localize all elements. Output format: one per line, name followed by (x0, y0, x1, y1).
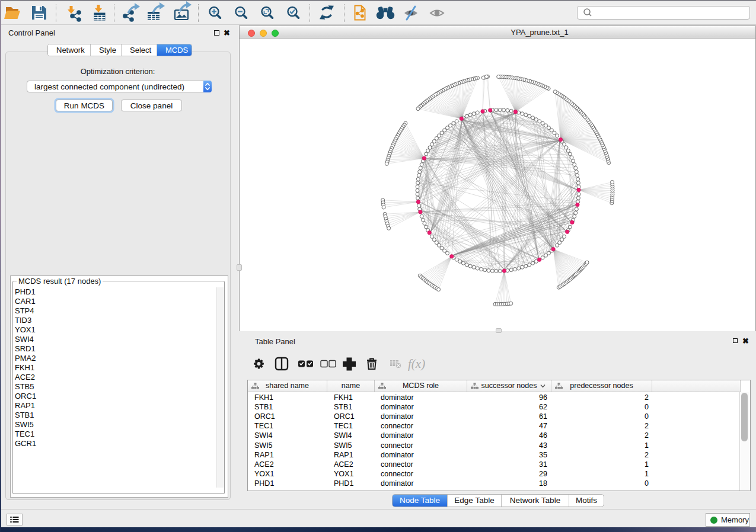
svg-text:f(x): f(x) (408, 357, 425, 371)
